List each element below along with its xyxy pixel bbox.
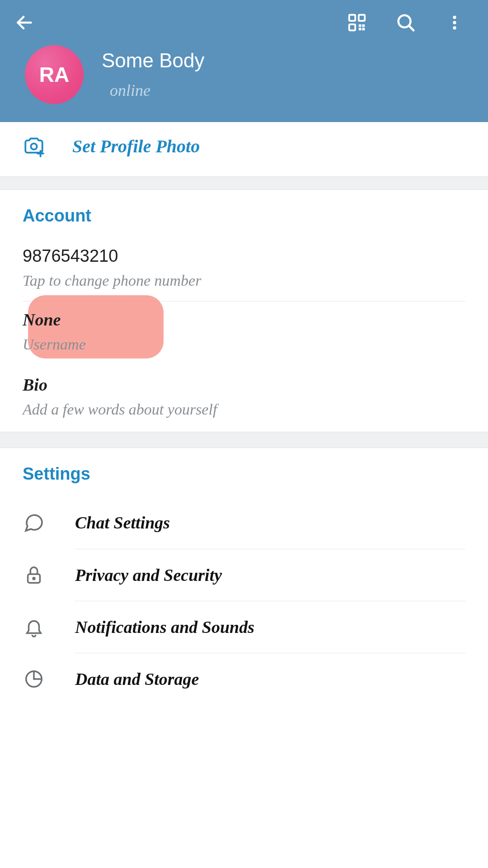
settings-label: Notifications and Sounds [75, 617, 254, 637]
svg-rect-2 [359, 15, 365, 21]
bell-icon [23, 617, 44, 637]
profile-summary: RA Some Body online [0, 45, 488, 104]
avatar-initials: RA [39, 62, 69, 87]
settings-label: Chat Settings [75, 513, 170, 533]
qr-icon [347, 12, 367, 33]
bio-cell[interactable]: Bio Add a few words about yourself [23, 367, 465, 432]
toolbar [0, 0, 488, 45]
account-section: Account 9876543210 Tap to change phone n… [0, 190, 488, 432]
search-button[interactable] [395, 12, 417, 33]
settings-label: Data and Storage [75, 669, 199, 689]
settings-section: Settings Chat Settings Privacy and Secur… [0, 448, 488, 694]
more-vertical-icon [446, 14, 464, 32]
svg-point-10 [453, 16, 456, 19]
username-cell[interactable]: None Username [23, 302, 465, 367]
profile-header: RA Some Body online [0, 0, 488, 122]
phone-cell[interactable]: 9876543210 Tap to change phone number [23, 238, 465, 302]
profile-status: online [110, 81, 204, 100]
settings-row-data[interactable]: Data and Storage [23, 653, 465, 694]
section-gap [0, 176, 488, 190]
settings-title: Settings [23, 464, 465, 484]
more-button[interactable] [444, 12, 465, 33]
section-gap [0, 432, 488, 448]
lock-icon [23, 565, 44, 585]
bio-hint: Add a few words about yourself [23, 401, 465, 418]
pie-icon [23, 669, 44, 689]
svg-rect-6 [359, 28, 361, 31]
settings-row-chat[interactable]: Chat Settings [23, 496, 465, 549]
username-hint: Username [23, 336, 465, 353]
set-profile-photo-label: Set Profile Photo [72, 136, 200, 157]
svg-point-13 [31, 143, 37, 149]
phone-hint: Tap to change phone number [23, 272, 465, 289]
svg-rect-4 [359, 24, 361, 27]
phone-value: 9876543210 [23, 246, 465, 266]
chat-icon [23, 512, 45, 533]
settings-row-notifications[interactable]: Notifications and Sounds [23, 601, 465, 653]
settings-label: Privacy and Security [75, 565, 222, 585]
avatar[interactable]: RA [25, 45, 84, 104]
profile-name: Some Body [102, 49, 204, 72]
camera-plus-icon [23, 135, 45, 157]
qr-button[interactable] [346, 12, 368, 33]
username-value: None [23, 310, 465, 330]
bio-value: Bio [23, 375, 465, 395]
svg-point-11 [453, 21, 456, 24]
settings-row-privacy[interactable]: Privacy and Security [23, 549, 465, 601]
svg-line-9 [409, 26, 414, 31]
account-title: Account [23, 206, 465, 226]
svg-point-12 [453, 26, 456, 29]
svg-rect-3 [349, 24, 355, 30]
set-profile-photo-row[interactable]: Set Profile Photo [0, 122, 488, 176]
search-icon [395, 12, 416, 33]
back-button[interactable] [14, 12, 35, 33]
svg-rect-5 [362, 24, 365, 27]
svg-rect-7 [362, 28, 365, 31]
svg-rect-1 [349, 15, 355, 21]
arrow-left-icon [14, 13, 34, 33]
svg-point-17 [33, 578, 35, 580]
